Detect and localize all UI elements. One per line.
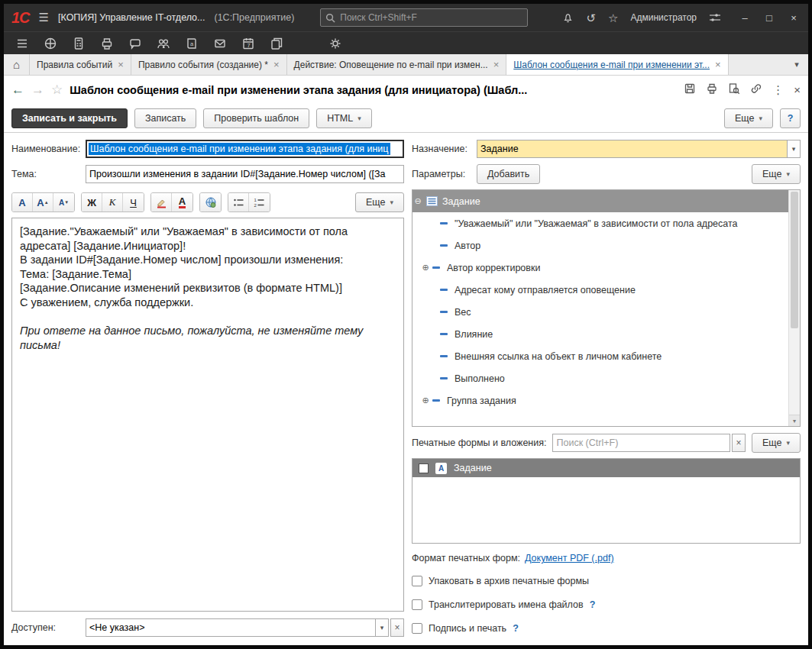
get-link-icon[interactable] [750,82,762,98]
highlight-color-button[interactable] [151,193,172,211]
maximize-button[interactable]: □ [762,12,776,24]
underline-button[interactable]: Ч [123,193,144,211]
bold-button[interactable]: Ж [82,193,102,211]
scroll-down-button[interactable]: ▾ [789,415,800,426]
print-forms-table-body[interactable] [412,477,800,543]
tree-item-expandable[interactable]: ⊕ Группа задания [412,389,788,412]
parameters-tree-body[interactable]: ⊖ Задание "Уважаемый" или "Уважаемая" в … [412,190,788,426]
tab-message-template[interactable]: Шаблон сообщения e-mail при изменении эт… [506,54,728,75]
tree-root-row[interactable]: ⊖ Задание [412,190,788,212]
archive-checkbox[interactable] [412,576,422,586]
bulleted-list-button[interactable] [228,193,249,211]
available-clear-button[interactable]: × [390,618,404,637]
help-button[interactable]: ? [780,108,801,128]
tree-item[interactable]: "Уважаемый" или "Уважаемая" в зависимост… [412,212,788,234]
forward-button[interactable]: → [31,82,44,98]
tree-scrollbar[interactable]: ▾ [788,190,800,426]
add-favorite-star-icon[interactable]: ☆ [51,82,63,98]
notes-icon[interactable] [269,36,284,51]
tab-close-icon[interactable]: × [493,59,500,70]
print-icon[interactable] [706,82,718,98]
subject-input[interactable]: Произошли изменения в задании ID#[Задани… [86,165,404,183]
expand-icon[interactable]: ⊕ [420,263,431,273]
color-group: А [150,192,193,212]
print-forms-search-input[interactable]: Поиск (Ctrl+F) [552,434,730,452]
font-size-decrease-button[interactable]: А▼ [53,193,74,211]
html-mode-button[interactable]: HTML ▾ [316,108,372,128]
available-dropdown-button[interactable]: ▾ [376,618,389,637]
tree-item[interactable]: Адресат кому отправляется оповещение [412,279,788,301]
notifications-bell-icon[interactable] [562,12,574,24]
search-clear-button[interactable]: × [732,434,746,452]
editor-more-button[interactable]: Еще ▾ [355,192,404,212]
mail-icon[interactable] [212,36,228,51]
expand-icon[interactable]: ⊕ [420,396,431,405]
transliterate-checkbox[interactable] [412,599,422,610]
favorites-star-icon[interactable]: ☆ [608,12,618,24]
tree-item[interactable]: Вес [412,301,788,323]
purpose-dropdown-button[interactable]: ▾ [788,140,801,158]
tab-event-rule-new[interactable]: Правило события (создание) * × [131,54,287,75]
settings-gear-icon[interactable] [328,36,343,51]
tab-action-notification[interactable]: Действие: Оповещение по e-mail при измен… [287,54,507,75]
help-icon[interactable]: ? [513,623,519,634]
discussions-icon[interactable] [43,36,58,51]
tab-close-icon[interactable]: × [118,59,124,70]
tab-home[interactable]: ⌂ [4,54,30,75]
tabs-overflow-button[interactable]: ▾ [785,54,808,75]
current-user[interactable]: Администратор [630,12,697,23]
minimize-button[interactable]: – [738,12,752,24]
history-icon[interactable]: ↺ [586,12,596,24]
more-actions-button[interactable]: Еще ▾ [724,108,773,128]
printer-icon[interactable] [99,36,115,51]
font-size-increase-button[interactable]: А▲ [33,193,53,211]
dictionary-icon[interactable]: а [184,36,199,51]
insert-image-globe-button[interactable] [200,193,221,211]
close-form-icon[interactable]: × [794,83,801,96]
functions-menu-icon[interactable] [15,36,30,51]
print-forms-more-button[interactable]: Еще ▾ [752,433,801,453]
font-name-button[interactable]: А [12,193,33,211]
tree-item-expandable[interactable]: ⊕ Автор корректировки [412,257,788,279]
preview-icon[interactable] [728,82,740,98]
calendar-icon[interactable]: 7 [241,36,256,51]
signature-checkbox[interactable] [412,623,422,634]
subject-label: Тема: [11,169,86,179]
global-search-input[interactable]: Поиск Ctrl+Shift+F [320,8,528,27]
numbered-list-button[interactable]: 12 [249,193,270,211]
tree-item[interactable]: Выполнено [412,367,788,389]
help-icon[interactable]: ? [590,599,596,610]
name-input[interactable]: Шаблон сообщения e-mail при изменении эт… [86,140,404,158]
available-input[interactable]: <Не указан> [86,618,376,637]
check-template-button[interactable]: Проверить шаблон [203,108,309,128]
close-window-button[interactable]: × [787,12,801,24]
scrollbar-thumb[interactable] [791,192,798,328]
tree-item[interactable]: Влияние [412,323,788,345]
service-settings-icon[interactable] [709,12,721,23]
header-checkbox[interactable] [419,463,429,473]
tab-close-icon[interactable]: × [715,59,721,70]
tab-event-rules[interactable]: Правила событий × [30,54,131,75]
main-menu-icon[interactable]: ☰ [39,11,49,24]
chat-icon[interactable] [128,36,143,51]
calculator-icon[interactable] [71,36,86,51]
print-format-link[interactable]: Документ PDF (.pdf) [525,553,614,563]
tab-close-icon[interactable]: × [273,59,280,70]
template-body-editor[interactable]: [Задание."Уважаемый" или "Уважаемая" в з… [11,218,404,612]
save-icon[interactable] [684,82,696,98]
collapse-icon[interactable]: ⊖ [412,196,423,206]
save-and-close-button[interactable]: Записать и закрыть [11,108,128,128]
add-parameter-button[interactable]: Добавить [477,164,540,184]
users-icon[interactable] [156,36,171,51]
more-kebab-icon[interactable]: ⋮ [772,83,784,97]
purpose-input[interactable]: Задание [477,140,788,158]
template-line: В задании ID#[Задание.Номер числом] прои… [20,253,396,267]
back-button[interactable]: ← [11,82,24,98]
save-button[interactable]: Записать [134,108,196,128]
font-color-button[interactable]: А [172,193,192,211]
print-forms-table-header[interactable]: A Задание [412,459,800,477]
italic-button[interactable]: К [102,193,123,211]
tree-item[interactable]: Внешняя ссылка на объект в личном кабине… [412,345,788,367]
tree-item[interactable]: Автор [412,234,788,257]
parameters-more-button[interactable]: Еще ▾ [752,164,801,184]
